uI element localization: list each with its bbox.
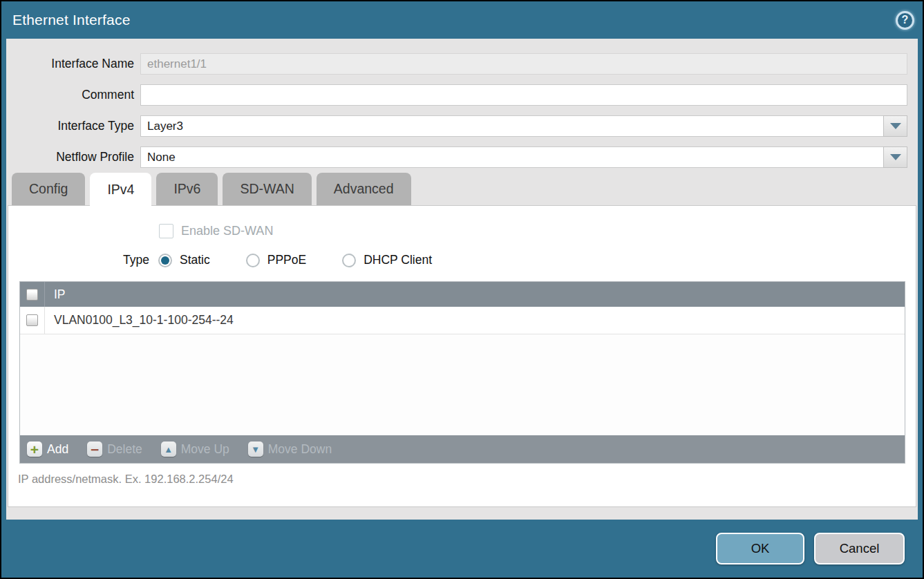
radio-option-pppoe[interactable]: PPPoE — [246, 253, 306, 267]
delete-button[interactable]: − Delete — [87, 442, 142, 457]
enable-sdwan-checkbox[interactable] — [159, 224, 173, 238]
arrow-up-icon: ▲ — [161, 442, 176, 457]
move-up-button[interactable]: ▲ Move Up — [161, 442, 229, 457]
title-bar: Ethernet Interface ? — [1, 1, 923, 39]
type-row: Type Static PPPoE DHCP Client — [123, 253, 916, 267]
add-button[interactable]: + Add — [27, 442, 68, 457]
dialog-title: Ethernet Interface — [12, 12, 131, 28]
comment-field[interactable] — [140, 84, 907, 106]
table-toolbar: + Add − Delete ▲ Move Up ▼ Move Down — [20, 435, 905, 463]
plus-icon: + — [27, 442, 42, 457]
radio-option-static[interactable]: Static — [158, 253, 210, 267]
ip-table-header: IP — [20, 282, 905, 307]
ok-button[interactable]: OK — [716, 533, 804, 564]
tab-sdwan[interactable]: SD-WAN — [223, 173, 311, 205]
add-button-label: Add — [47, 442, 68, 457]
interface-name-label: Interface Name — [6, 57, 140, 71]
radio-static[interactable] — [158, 254, 172, 267]
netflow-profile-field[interactable] — [140, 146, 883, 168]
move-up-button-label: Move Up — [181, 442, 229, 457]
ipv4-tab-panel: Enable SD-WAN Type Static PPPoE DHCP Cli… — [8, 205, 916, 507]
tab-advanced[interactable]: Advanced — [317, 173, 411, 205]
row-checkbox[interactable] — [26, 314, 38, 326]
chevron-down-icon — [890, 123, 901, 129]
netflow-profile-dropdown-button[interactable] — [883, 146, 907, 168]
dialog-body: Interface Name Comment Interface Type — [6, 39, 918, 520]
radio-option-dhcp-client[interactable]: DHCP Client — [342, 253, 432, 267]
netflow-profile-label: Netflow Profile — [6, 150, 140, 164]
enable-sdwan-label: Enable SD-WAN — [181, 224, 273, 238]
row-checkbox-cell — [20, 307, 45, 334]
delete-button-label: Delete — [107, 442, 142, 457]
interface-type-label: Interface Type — [6, 119, 140, 133]
arrow-down-icon: ▼ — [248, 442, 263, 457]
move-down-button[interactable]: ▼ Move Down — [248, 442, 332, 457]
select-all-checkbox[interactable] — [26, 289, 38, 301]
tab-ipv4[interactable]: IPv4 — [90, 173, 151, 206]
ip-column-header: IP — [45, 287, 66, 302]
enable-sdwan-row: Enable SD-WAN — [159, 224, 916, 238]
tab-strip: Config IPv4 IPv6 SD-WAN Advanced — [6, 173, 918, 205]
type-label: Type — [123, 253, 149, 267]
cancel-button[interactable]: Cancel — [814, 533, 905, 564]
radio-dhcp-client-label: DHCP Client — [364, 253, 432, 267]
interface-type-dropdown-button[interactable] — [883, 115, 907, 137]
comment-row: Comment — [6, 79, 918, 111]
help-icon[interactable]: ? — [896, 11, 914, 30]
ip-cell-value: VLAN0100_L3_10-1-100-254--24 — [45, 313, 234, 328]
interface-name-field — [140, 53, 907, 75]
radio-pppoe[interactable] — [246, 254, 260, 267]
interface-type-row: Interface Type — [6, 111, 918, 142]
radio-static-label: Static — [180, 253, 210, 267]
dialog-footer: OK Cancel — [1, 520, 923, 578]
minus-icon: − — [87, 442, 102, 457]
move-down-button-label: Move Down — [268, 442, 332, 457]
interface-name-row: Interface Name — [6, 48, 918, 79]
header-checkbox-cell — [20, 282, 45, 307]
netflow-profile-row: Netflow Profile — [6, 142, 918, 173]
comment-label: Comment — [6, 88, 140, 102]
ip-format-hint: IP address/netmask. Ex. 192.168.2.254/24 — [18, 473, 916, 486]
tab-ipv6[interactable]: IPv6 — [156, 173, 218, 205]
table-row[interactable]: VLAN0100_L3_10-1-100-254--24 — [20, 307, 905, 334]
radio-pppoe-label: PPPoE — [267, 253, 306, 267]
tab-config[interactable]: Config — [12, 173, 85, 205]
table-empty-area — [20, 334, 905, 435]
chevron-down-icon — [890, 154, 901, 160]
interface-type-field[interactable] — [140, 115, 883, 137]
ethernet-interface-dialog: Ethernet Interface ? Interface Name Comm… — [1, 1, 923, 578]
radio-dhcp-client[interactable] — [342, 254, 356, 267]
ip-address-table: IP VLAN0100_L3_10-1-100-254--24 + Add — [19, 281, 905, 464]
